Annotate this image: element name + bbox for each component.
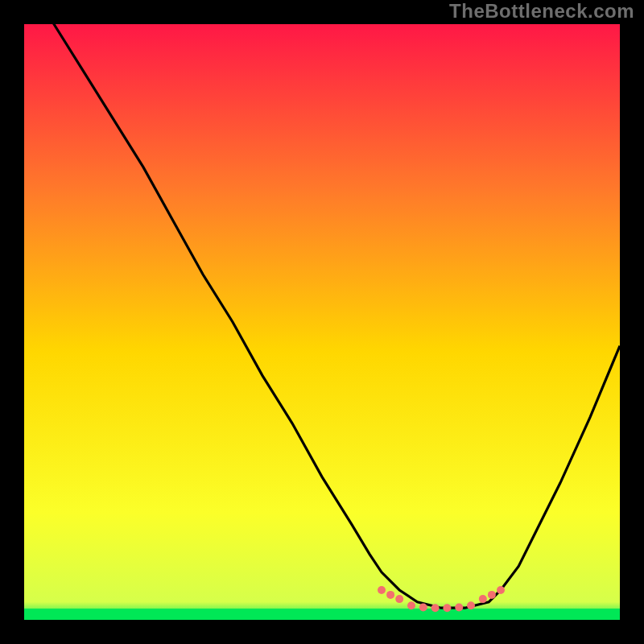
green-band [24,609,620,620]
valley-dot [378,586,386,594]
watermark-text: TheBottleneck.com [449,0,634,23]
bottleneck-chart [0,0,644,644]
valley-dot [443,604,451,612]
valley-dot [386,591,394,599]
valley-dot [479,595,487,603]
valley-dot [419,604,427,612]
valley-dot [488,591,496,599]
chart-frame: { "watermark": "TheBottleneck.com", "col… [0,0,644,644]
valley-dot [407,601,415,609]
valley-dot [467,601,475,609]
gradient-background [24,24,620,620]
valley-dot [455,604,463,612]
valley-dot [431,604,440,612]
valley-dot [395,595,403,603]
valley-dot [497,586,505,594]
